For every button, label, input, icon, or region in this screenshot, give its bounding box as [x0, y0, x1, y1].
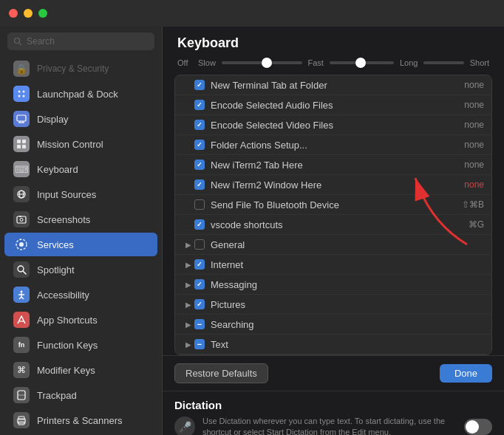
keyboard-icon: ⌨	[13, 161, 30, 177]
sidebar-item-keyboard[interactable]: ⌨ Keyboard	[4, 157, 157, 181]
sidebar-item-app-shortcuts[interactable]: App Shortcuts	[4, 308, 157, 332]
sidebar-item-trackpad[interactable]: Trackpad	[4, 383, 157, 407]
sidebar-item-display-label: Display	[37, 114, 69, 125]
search-bar[interactable]: Search	[7, 32, 154, 50]
expand-icon	[183, 199, 194, 210]
expand-chevron[interactable]: ▶	[183, 298, 194, 310]
slider-row: Off Slow Fast Long Short	[177, 58, 489, 67]
svg-rect-2	[16, 89, 27, 99]
checkbox-iterm2-window[interactable]	[194, 179, 205, 190]
sidebar-item-mission-control[interactable]: Mission Control	[4, 132, 157, 156]
sidebar-item-launchpad-label: Launchpad & Dock	[37, 89, 118, 100]
service-row[interactable]: Encode Selected Audio Files none	[175, 95, 491, 115]
mission-icon	[13, 136, 30, 152]
sidebar-item-keyboard-label: Keyboard	[37, 164, 78, 175]
sidebar-item-printers[interactable]: Printers & Scanners	[4, 408, 157, 432]
accessibility-icon	[13, 287, 30, 303]
search-icon	[13, 37, 22, 46]
checkbox-vscode[interactable]	[194, 219, 205, 230]
service-row[interactable]: Encode Selected Video Files none	[175, 115, 491, 135]
dictation-description: Use Dictation wherever you can type text…	[202, 416, 457, 435]
slider-track-2[interactable]	[330, 61, 394, 64]
maximize-button[interactable]	[38, 9, 47, 18]
expand-chevron[interactable]: ▶	[183, 338, 194, 350]
expand-chevron[interactable]: ▶	[183, 258, 194, 270]
checkbox-folder-actions[interactable]	[194, 140, 205, 150]
svg-rect-13	[17, 145, 21, 148]
service-shortcut: none	[440, 120, 484, 130]
sidebar-item-app-shortcuts-label: App Shortcuts	[37, 315, 98, 326]
sidebar-item-spotlight[interactable]: Spotlight	[4, 258, 157, 281]
expand-icon	[183, 139, 194, 151]
restore-defaults-button[interactable]: Restore Defaults	[174, 363, 268, 383]
group-name-searching: Searching	[211, 319, 484, 330]
service-row[interactable]: New iTerm2 Window Here none	[175, 175, 491, 195]
slider-thumb-2[interactable]	[355, 58, 366, 68]
checkbox-iterm2-tab[interactable]	[194, 160, 205, 170]
checkbox-encode-audio[interactable]	[194, 100, 205, 110]
window-body: Search 🔒 Privacy & Security Launchpad & …	[0, 27, 504, 435]
checkbox-internet[interactable]	[194, 259, 205, 270]
group-row-general[interactable]: ▶ General	[175, 235, 491, 255]
checkbox-new-terminal-tab[interactable]	[194, 80, 205, 90]
service-row[interactable]: Send File To Bluetooth Device ⇧⌘B	[175, 195, 491, 215]
expand-icon	[183, 159, 194, 171]
sidebar-item-screenshots[interactable]: Screenshots	[4, 208, 157, 231]
done-button[interactable]: Done	[440, 364, 492, 383]
expand-chevron[interactable]: ▶	[183, 278, 194, 290]
checkbox-pictures[interactable]	[194, 299, 205, 309]
sidebar-item-services-label: Services	[37, 239, 74, 250]
sidebar-item-spotlight-label: Spotlight	[37, 264, 75, 275]
svg-rect-7	[17, 115, 26, 121]
sidebar-item-launchpad[interactable]: Launchpad & Dock	[4, 82, 157, 106]
expand-chevron[interactable]: ▶	[183, 318, 194, 330]
sidebar-item-display[interactable]: Display	[4, 107, 157, 131]
service-row-vscode[interactable]: vscode shortcuts ⌘G	[175, 215, 491, 235]
slider-track[interactable]	[222, 61, 302, 64]
close-button[interactable]	[9, 9, 18, 18]
dictation-row: 🎤 Use Dictation wherever you can type te…	[174, 416, 492, 435]
sidebar-item-mission-label: Mission Control	[37, 139, 103, 150]
sidebar-item-privacy-security[interactable]: 🔒 Privacy & Security	[4, 57, 157, 81]
sidebar-item-function-keys[interactable]: fn Function Keys	[4, 333, 157, 357]
svg-rect-20	[19, 216, 21, 217]
expand-icon	[183, 219, 194, 230]
expand-icon	[183, 179, 194, 191]
page-title: Keyboard	[177, 35, 489, 51]
service-row[interactable]: Folder Actions Setup... none	[175, 135, 491, 155]
search-placeholder: Search	[27, 36, 55, 47]
checkbox-text[interactable]	[194, 339, 205, 349]
sidebar-item-input-sources[interactable]: Input Sources	[4, 182, 157, 206]
sidebar-item-services[interactable]: Services	[4, 233, 157, 256]
checkbox-bluetooth[interactable]	[194, 199, 205, 210]
sidebar-item-accessibility[interactable]: Accessibility	[4, 283, 157, 306]
checkbox-messaging[interactable]	[194, 279, 205, 290]
app-shortcuts-icon	[13, 312, 30, 328]
service-shortcut: none	[440, 100, 484, 110]
checkbox-encode-video[interactable]	[194, 120, 205, 130]
service-row[interactable]: New Terminal Tab at Folder none	[175, 75, 491, 95]
dictation-toggle[interactable]	[464, 419, 492, 435]
checkbox-general[interactable]	[194, 239, 205, 250]
minimize-button[interactable]	[24, 9, 33, 18]
slider-track-3[interactable]	[423, 61, 463, 64]
slider-thumb[interactable]	[262, 58, 272, 68]
sidebar-item-modifier-keys[interactable]: ⌘ Modifier Keys	[4, 358, 157, 382]
checkbox-searching[interactable]	[194, 319, 205, 329]
group-row-pictures[interactable]: ▶ Pictures	[175, 295, 491, 315]
sidebar-item-screenshots-label: Screenshots	[37, 214, 90, 225]
service-shortcut: none	[440, 160, 484, 170]
group-row-text[interactable]: ▶ Text	[175, 335, 491, 354]
slider-label-long: Long	[400, 58, 418, 67]
service-row[interactable]: New iTerm2 Tab Here none	[175, 155, 491, 175]
services-list: New Terminal Tab at Folder none Encode S…	[174, 75, 492, 355]
expand-chevron[interactable]: ▶	[183, 239, 194, 250]
service-name: Send File To Bluetooth Device	[211, 199, 440, 210]
svg-point-23	[18, 266, 24, 272]
bottom-bar: Restore Defaults Done	[163, 355, 504, 391]
launchpad-icon	[13, 86, 30, 102]
group-row-internet[interactable]: ▶ Internet	[175, 255, 491, 275]
group-row-messaging[interactable]: ▶ Messaging	[175, 275, 491, 295]
group-row-searching[interactable]: ▶ Searching	[175, 315, 491, 335]
sidebar-item-trackpad-label: Trackpad	[37, 390, 77, 401]
